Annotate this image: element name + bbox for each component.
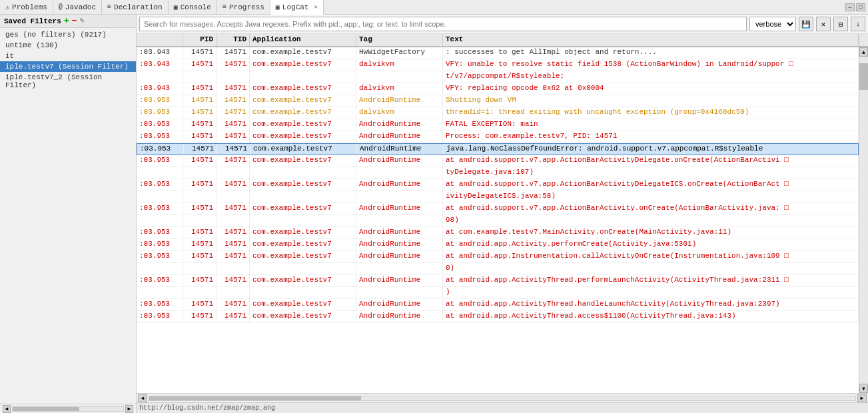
cell-pid: 14571	[183, 119, 217, 131]
table-row[interactable]: :03.953 14571 14571 com.example.testv7 A…	[137, 119, 859, 131]
table-row[interactable]: :03.953 14571 14571 com.example.testv7 A…	[137, 131, 859, 143]
cell-app: com.example.testv7	[250, 251, 356, 262]
cell-tid: 14571	[217, 47, 250, 59]
cell-tid	[217, 167, 250, 179]
table-row[interactable]: :03.953 14571 14571 com.example.testv7 A…	[137, 227, 859, 239]
horizontal-scrolltrack[interactable]	[12, 406, 124, 412]
tab-console[interactable]: ▣ Console	[169, 0, 217, 15]
cell-text: ivityDelegateICS.java:58)	[443, 191, 859, 203]
table-row[interactable]: :03.943 14571 14571 com.example.testv7 d…	[137, 59, 859, 71]
table-row[interactable]: t/v7/appcompat/R$styleable;	[137, 71, 859, 83]
cell-tag	[356, 167, 443, 179]
scroll-up-button[interactable]: ▲	[859, 47, 868, 57]
filter-item[interactable]: iple.testv7 (Session Filter)	[0, 61, 136, 72]
scroll-down-button[interactable]: ▼	[859, 384, 868, 393]
cell-tid: 14571	[217, 144, 250, 155]
cell-tag: dalvikvm	[356, 107, 443, 119]
scroll-right-log-button[interactable]: ▶	[857, 394, 867, 402]
table-row[interactable]: ivityDelegateICS.java:58)	[137, 191, 859, 203]
cell-text: at android.app.Activity.performCreate(Ac…	[443, 239, 859, 250]
cell-pid	[183, 215, 217, 226]
table-row[interactable]: 98)	[137, 215, 859, 227]
cell-tag	[356, 191, 443, 203]
search-input[interactable]	[139, 17, 747, 31]
cell-tag: AndroidRuntime	[356, 131, 443, 143]
filter-item[interactable]: ges (no filters) (9217)	[0, 29, 136, 40]
minimize-button[interactable]: —	[845, 3, 855, 11]
header-tag: Tag	[356, 34, 443, 46]
horizontal-scrollthumb[interactable]	[13, 407, 79, 411]
vertical-scrollbar[interactable]: ▲ ▼	[859, 47, 868, 393]
cell-tag: AndroidRuntime	[357, 144, 444, 155]
clear-button[interactable]: ✕	[816, 17, 831, 31]
table-row[interactable]: :03.953 14571 14571 com.example.testv7 A…	[137, 251, 859, 263]
cell-time: :03.943	[137, 83, 183, 95]
table-row[interactable]: tyDelegate.java:107)	[137, 167, 859, 179]
tab-javadoc[interactable]: @ Javadoc	[53, 0, 102, 15]
verbose-select[interactable]: verbosedebuginfowarnerror	[749, 17, 796, 31]
cell-tag: AndroidRuntime	[356, 179, 443, 191]
table-row[interactable]: :03.943 14571 14571 com.example.testv7 H…	[137, 47, 859, 59]
save-button[interactable]: 💾	[799, 17, 813, 31]
cell-time	[137, 167, 183, 179]
scroll-track-vertical[interactable]	[859, 57, 868, 384]
cell-tid: 14571	[217, 311, 250, 322]
cell-time	[137, 215, 183, 226]
table-row[interactable]: :03.953 14571 14571 com.example.testv7 A…	[137, 311, 859, 323]
log-body[interactable]: :03.943 14571 14571 com.example.testv7 H…	[137, 47, 859, 393]
hscroll-thumb[interactable]	[149, 396, 361, 400]
cell-tid: 14571	[217, 203, 250, 214]
scroll-left-log-button[interactable]: ◀	[138, 394, 147, 402]
tab-problems[interactable]: ⚠ Problems	[0, 0, 53, 15]
cell-text: java.lang.NoClassDefFoundError: android.…	[444, 144, 858, 155]
saved-filters-title: Saved Filters	[4, 17, 61, 25]
hscroll-track[interactable]	[149, 396, 856, 401]
table-row[interactable]: :03.953 14571 14571 com.example.testv7 A…	[137, 95, 859, 107]
cell-pid: 14571	[183, 179, 217, 191]
pause-button[interactable]: ⊟	[833, 17, 848, 31]
table-row[interactable]: )	[137, 287, 859, 299]
cell-text: at android.app.Instrumentation.callActiv…	[443, 251, 859, 262]
cell-tid: 14571	[217, 299, 250, 310]
table-row[interactable]: :03.953 14571 14571 com.example.testv7 A…	[137, 275, 859, 287]
header-application: Application	[250, 34, 356, 46]
cell-time: :03.953	[137, 155, 183, 167]
cell-time: :03.953	[137, 275, 183, 286]
scroll-left-button[interactable]: ◀	[3, 405, 11, 413]
table-row[interactable]: :03.953 14571 14571 com.example.testv7 d…	[137, 107, 859, 119]
table-row[interactable]: :03.953 14571 14571 com.example.testv7 A…	[137, 155, 859, 167]
horizontal-scrollbar[interactable]: ◀ ▶	[137, 393, 868, 402]
cell-time: :03.953	[137, 144, 184, 155]
cell-pid: 14571	[183, 275, 217, 286]
table-row[interactable]: 0)	[137, 263, 859, 275]
maximize-button[interactable]: □	[856, 3, 865, 11]
filter-item[interactable]: untime (130)	[0, 40, 136, 51]
edit-filter-button[interactable]: ✎	[79, 17, 84, 25]
table-row[interactable]: :03.953 14571 14571 com.example.testv7 A…	[137, 203, 859, 215]
filter-item[interactable]: iple.testv7_2 (Session Filter)	[0, 72, 136, 91]
table-row[interactable]: :03.953 14571 14571 com.example.testv7 A…	[137, 299, 859, 311]
table-row[interactable]: :03.943 14571 14571 com.example.testv7 d…	[137, 83, 859, 95]
cell-pid: 14571	[183, 107, 217, 119]
cell-tid: 14571	[217, 155, 250, 167]
add-filter-button[interactable]: +	[64, 17, 69, 25]
tab-progress[interactable]: ≡ Progress	[217, 0, 270, 15]
cell-pid: 14571	[183, 95, 217, 107]
cell-text: at android.app.ActivityThread.access$110…	[443, 311, 859, 322]
cell-pid: 14571	[183, 251, 217, 262]
filter-item[interactable]: it	[0, 51, 136, 61]
scroll-to-bottom-button[interactable]: ↓	[851, 17, 865, 31]
table-row[interactable]: :03.953 14571 14571 com.example.testv7 A…	[137, 239, 859, 251]
tab-logcat[interactable]: ▣ LogCat ✕	[270, 0, 324, 15]
scroll-right-button[interactable]: ▶	[125, 405, 133, 413]
table-row[interactable]: :03.953 14571 14571 com.example.testv7 A…	[137, 143, 859, 155]
remove-filter-button[interactable]: −	[72, 17, 77, 25]
tab-declaration[interactable]: ≡ Declaration	[102, 0, 169, 15]
cell-tid	[217, 215, 250, 226]
close-icon[interactable]: ✕	[314, 3, 317, 11]
cell-text: at android.app.ActivityThread.performLau…	[443, 275, 859, 286]
cell-time: :03.953	[137, 107, 183, 119]
cell-tid: 14571	[217, 107, 250, 119]
scroll-thumb-vertical[interactable]	[859, 63, 868, 90]
table-row[interactable]: :03.953 14571 14571 com.example.testv7 A…	[137, 179, 859, 191]
